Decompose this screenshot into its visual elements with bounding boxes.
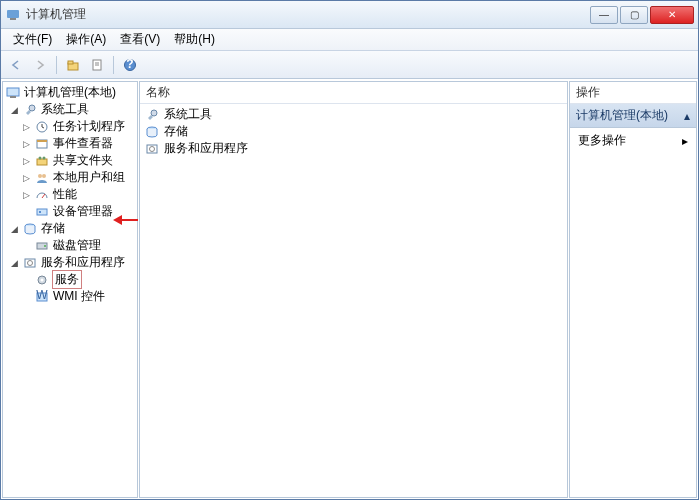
- services-apps-icon: [22, 255, 38, 271]
- detail-column-header[interactable]: 名称: [140, 82, 567, 104]
- list-item-system-tools[interactable]: 系统工具: [142, 106, 565, 123]
- tree-panel[interactable]: 计算机管理(本地) ◢ 系统工具 ▷ 任务计划程序 ▷ 事件查看器 ▷ 共享文件…: [2, 81, 138, 498]
- tools-icon: [144, 107, 160, 123]
- svg-point-16: [39, 156, 42, 159]
- menu-action[interactable]: 操作(A): [60, 29, 112, 50]
- tree-label: 设备管理器: [52, 203, 114, 220]
- event-icon: [34, 136, 50, 152]
- svg-point-11: [29, 105, 35, 111]
- tree-device-manager[interactable]: ▷ 设备管理器: [3, 203, 137, 220]
- svg-rect-10: [10, 96, 16, 98]
- window-controls: — ▢ ✕: [590, 6, 694, 24]
- menu-help[interactable]: 帮助(H): [168, 29, 221, 50]
- app-icon: [5, 7, 21, 23]
- tools-icon: [22, 102, 38, 118]
- menu-view[interactable]: 查看(V): [114, 29, 166, 50]
- svg-point-19: [42, 174, 46, 178]
- toolbar-separator: [56, 56, 57, 74]
- svg-rect-14: [37, 140, 47, 142]
- maximize-button[interactable]: ▢: [620, 6, 648, 24]
- svg-rect-3: [68, 61, 73, 64]
- menu-file[interactable]: 文件(F): [7, 29, 58, 50]
- computer-icon: [5, 85, 21, 101]
- close-button[interactable]: ✕: [650, 6, 694, 24]
- window-title: 计算机管理: [26, 6, 590, 23]
- share-icon: [34, 153, 50, 169]
- svg-rect-0: [7, 10, 19, 18]
- tree-label: 服务和应用程序: [40, 254, 126, 271]
- device-icon: [34, 204, 50, 220]
- tree-storage[interactable]: ◢ 存储: [3, 220, 137, 237]
- services-apps-icon: [144, 141, 160, 157]
- tree-label: 共享文件夹: [52, 152, 114, 169]
- tree-services-apps[interactable]: ◢ 服务和应用程序: [3, 254, 137, 271]
- expand-icon[interactable]: ▷: [21, 121, 32, 132]
- list-item-storage[interactable]: 存储: [142, 123, 565, 140]
- tree-label: 本地用户和组: [52, 169, 126, 186]
- svg-point-17: [43, 156, 46, 159]
- actions-more[interactable]: 更多操作 ▸: [570, 128, 696, 153]
- toolbar: ?: [1, 51, 698, 79]
- tree-root[interactable]: 计算机管理(本地): [3, 84, 137, 101]
- svg-rect-9: [7, 88, 19, 96]
- disk-icon: [34, 238, 50, 254]
- tree-task-scheduler[interactable]: ▷ 任务计划程序: [3, 118, 137, 135]
- menubar: 文件(F) 操作(A) 查看(V) 帮助(H): [1, 29, 698, 51]
- actions-section-header[interactable]: 计算机管理(本地) ▴: [570, 104, 696, 128]
- collapse-icon[interactable]: ◢: [9, 257, 20, 268]
- expand-icon[interactable]: ▷: [21, 138, 32, 149]
- gauge-icon: [34, 187, 50, 203]
- titlebar: 计算机管理 — ▢ ✕: [1, 1, 698, 29]
- actions-more-label: 更多操作: [578, 132, 626, 149]
- collapse-arrow-icon: ▴: [684, 109, 690, 123]
- detail-list[interactable]: 系统工具 存储 服务和应用程序: [140, 104, 567, 497]
- svg-rect-15: [37, 159, 47, 165]
- tree-label: 任务计划程序: [52, 118, 126, 135]
- svg-point-18: [38, 174, 42, 178]
- clock-icon: [34, 119, 50, 135]
- tree-label: 服务: [52, 270, 82, 289]
- tree-disk-mgmt[interactable]: ▷ 磁盘管理: [3, 237, 137, 254]
- svg-line-20: [42, 194, 45, 198]
- tree-label: 事件查看器: [52, 135, 114, 152]
- tree-system-tools[interactable]: ◢ 系统工具: [3, 101, 137, 118]
- expand-icon[interactable]: ▷: [21, 155, 32, 166]
- toolbar-separator: [113, 56, 114, 74]
- tree-label: WMI 控件: [52, 288, 106, 305]
- storage-icon: [22, 221, 38, 237]
- tree-shared-folders[interactable]: ▷ 共享文件夹: [3, 152, 137, 169]
- tree-event-viewer[interactable]: ▷ 事件查看器: [3, 135, 137, 152]
- forward-button[interactable]: [29, 54, 51, 76]
- expand-icon[interactable]: ▷: [21, 172, 32, 183]
- tree-label: 系统工具: [40, 101, 90, 118]
- content-area: 计算机管理(本地) ◢ 系统工具 ▷ 任务计划程序 ▷ 事件查看器 ▷ 共享文件…: [1, 79, 698, 499]
- list-label: 存储: [164, 123, 188, 140]
- list-label: 系统工具: [164, 106, 212, 123]
- svg-rect-21: [37, 209, 47, 215]
- tree-performance[interactable]: ▷ 性能: [3, 186, 137, 203]
- actions-panel: 操作 计算机管理(本地) ▴ 更多操作 ▸: [569, 81, 697, 498]
- list-item-services-apps[interactable]: 服务和应用程序: [142, 140, 565, 157]
- help-button[interactable]: ?: [119, 54, 141, 76]
- svg-point-32: [151, 110, 157, 116]
- tree-wmi[interactable]: ▷ W WMI 控件: [3, 288, 137, 305]
- storage-icon: [144, 124, 160, 140]
- tree-label: 计算机管理(本地): [23, 84, 117, 101]
- svg-point-25: [44, 245, 46, 247]
- collapse-icon[interactable]: ◢: [9, 223, 20, 234]
- gear-icon: [34, 272, 50, 288]
- tree-local-users[interactable]: ▷ 本地用户和组: [3, 169, 137, 186]
- actions-title: 操作: [570, 82, 696, 104]
- expand-icon[interactable]: ▷: [21, 189, 32, 200]
- chevron-right-icon: ▸: [682, 134, 688, 148]
- collapse-icon[interactable]: ◢: [9, 104, 20, 115]
- tree-label: 存储: [40, 220, 66, 237]
- minimize-button[interactable]: —: [590, 6, 618, 24]
- back-button[interactable]: [5, 54, 27, 76]
- list-label: 服务和应用程序: [164, 140, 248, 157]
- properties-button[interactable]: [86, 54, 108, 76]
- tree-label: 性能: [52, 186, 78, 203]
- window-frame: 计算机管理 — ▢ ✕ 文件(F) 操作(A) 查看(V) 帮助(H) ? 计算…: [0, 0, 699, 500]
- up-folder-button[interactable]: [62, 54, 84, 76]
- tree-services[interactable]: ▷ 服务: [3, 271, 137, 288]
